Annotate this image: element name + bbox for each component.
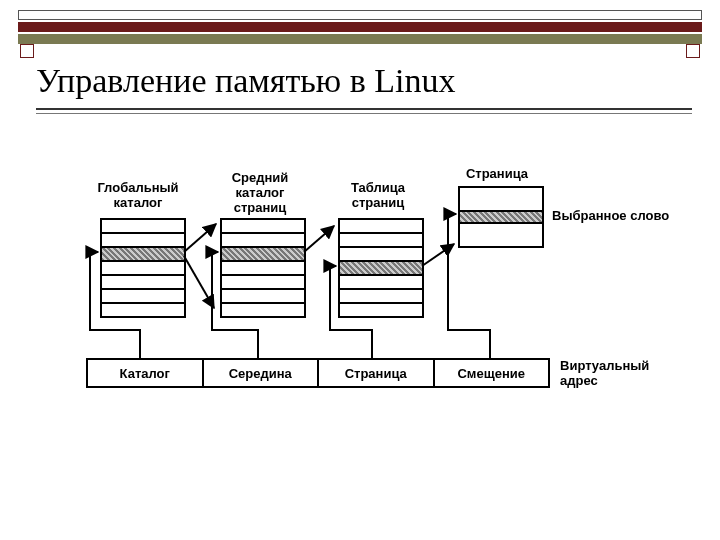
label-virtual-address: Виртуальный адрес bbox=[560, 358, 649, 388]
table-global-entry bbox=[102, 248, 184, 262]
slide-title: Управление памятью в Linux bbox=[36, 62, 456, 100]
label-page: Страница bbox=[452, 166, 542, 181]
slide: Управление памятью в Linux Глобальный ка… bbox=[0, 0, 720, 540]
label-selected-word: Выбранное слово bbox=[552, 208, 669, 223]
table-global-dir bbox=[100, 218, 186, 318]
label-global-dir: Глобальный каталог bbox=[88, 180, 188, 210]
label-middle-dir: Средний каталог страниц bbox=[210, 170, 310, 215]
table-middle-entry bbox=[222, 248, 304, 262]
stripe-outline bbox=[18, 10, 702, 20]
vaddr-seg-middle: Середина bbox=[204, 360, 320, 386]
table-page-table bbox=[338, 218, 424, 318]
stripe-maroon bbox=[18, 22, 702, 32]
title-rule-thick bbox=[36, 108, 692, 110]
label-page-table: Таблица страниц bbox=[328, 180, 428, 210]
vaddr-seg-offset: Смещение bbox=[435, 360, 549, 386]
title-rule-thin bbox=[36, 113, 692, 114]
virtual-address-bar: Каталог Середина Страница Смещение bbox=[86, 358, 550, 388]
table-page-entry bbox=[340, 262, 422, 276]
page-box bbox=[458, 186, 544, 248]
corner-box-left bbox=[20, 44, 34, 58]
vaddr-seg-catalog: Каталог bbox=[88, 360, 204, 386]
table-middle-dir bbox=[220, 218, 306, 318]
selected-word-band bbox=[460, 210, 542, 224]
corner-box-right bbox=[686, 44, 700, 58]
stripe-olive bbox=[18, 34, 702, 44]
vaddr-seg-page: Страница bbox=[319, 360, 435, 386]
